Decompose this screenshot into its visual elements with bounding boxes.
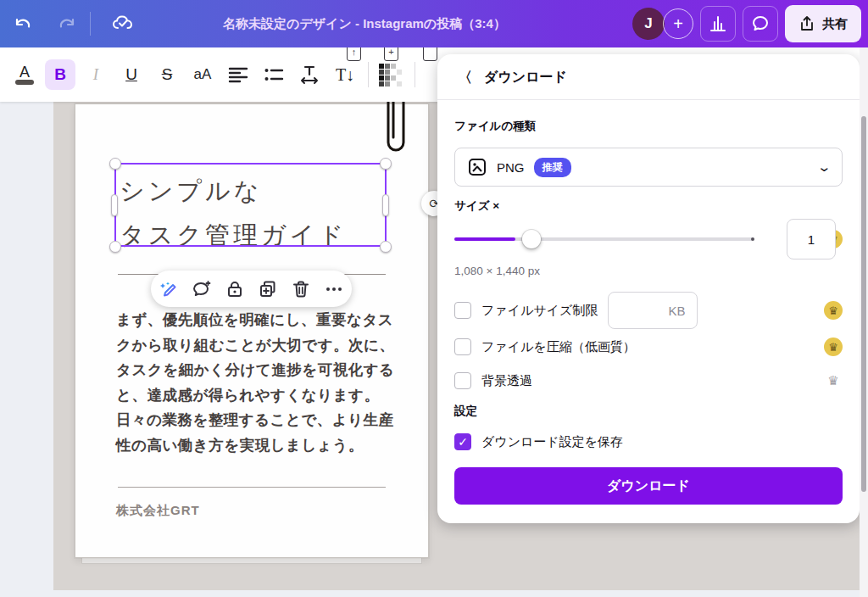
- file-size-limit-label: ファイルサイズ制限: [481, 303, 598, 319]
- toolbar-divider: [368, 62, 369, 87]
- redo-button[interactable]: [53, 9, 81, 38]
- transparency-checkerboard-icon: [378, 63, 405, 86]
- design-divider-bottom[interactable]: [118, 487, 386, 488]
- panel-title: ダウンロード: [484, 69, 567, 86]
- strikethrough-button[interactable]: S: [152, 59, 182, 90]
- italic-button[interactable]: I: [81, 59, 111, 90]
- letter-spacing-button[interactable]: [294, 59, 325, 90]
- cloud-check-icon: [111, 13, 136, 35]
- size-multiplier-input[interactable]: [787, 219, 836, 259]
- page-shadow: [81, 558, 422, 564]
- file-type-select[interactable]: PNG 推奨 ⌄: [454, 148, 843, 187]
- file-type-value: PNG: [497, 160, 525, 175]
- clipped-lock-icon: ↑: [347, 47, 361, 61]
- ellipsis-icon: [324, 279, 344, 299]
- transparent-background-row: 背景透過 ♛: [454, 370, 843, 392]
- file-size-limit-checkbox[interactable]: [454, 302, 471, 319]
- bullet-list-icon: [264, 66, 284, 83]
- transparent-background-checkbox[interactable]: [454, 372, 471, 389]
- download-button[interactable]: ダウンロード: [454, 467, 843, 505]
- lock-button[interactable]: [225, 279, 245, 299]
- download-panel: 〈 ダウンロード ファイルの種類 PNG 推奨 ⌄ サイズ × ♛ 1,0: [437, 54, 860, 523]
- delete-button[interactable]: [291, 279, 311, 299]
- selection-handle-top-left[interactable]: [109, 158, 121, 170]
- top-bar: 名称未設定のデザイン - Instagramの投稿（3:4） J +: [0, 0, 868, 47]
- save-settings-checkbox[interactable]: ✓: [454, 433, 471, 450]
- app-window: 名称未設定のデザイン - Instagramの投稿（3:4） J +: [0, 0, 868, 597]
- slider-thumb[interactable]: [522, 230, 541, 248]
- text-case-button[interactable]: aA: [187, 59, 218, 90]
- panel-back-button[interactable]: 〈: [458, 68, 472, 87]
- selection-handle-bottom-left[interactable]: [109, 241, 121, 253]
- underline-button[interactable]: U: [116, 59, 147, 90]
- slider-end-tick: [751, 237, 754, 241]
- undo-icon: [12, 13, 34, 35]
- slider-fill: [454, 237, 515, 241]
- share-upload-icon: [798, 15, 815, 32]
- kb-value-input[interactable]: [608, 292, 698, 329]
- selection-handle-right[interactable]: [382, 194, 389, 216]
- duplicate-icon: [258, 279, 278, 299]
- pixel-dimensions: 1,080 × 1,440 px: [454, 265, 540, 277]
- clipped-toolbar-icons: [423, 47, 437, 63]
- image-file-icon: [467, 157, 487, 177]
- selection-box[interactable]: [114, 163, 387, 247]
- transparency-button[interactable]: [376, 59, 407, 90]
- comment-button[interactable]: [192, 279, 212, 299]
- scrollbar-thumb[interactable]: [861, 116, 866, 492]
- selection-handle-bottom-right[interactable]: [380, 241, 392, 253]
- trash-icon: [291, 279, 311, 299]
- clipped-duplicate-icon: +: [384, 47, 398, 61]
- align-left-icon: [228, 66, 248, 83]
- chevron-down-icon: ⌄: [817, 159, 832, 175]
- magic-edit-button[interactable]: [159, 279, 179, 299]
- list-button[interactable]: [259, 59, 289, 90]
- undo-button[interactable]: [8, 9, 37, 38]
- file-type-label: ファイルの種類: [454, 119, 536, 134]
- bar-chart-icon: [708, 14, 728, 34]
- letter-spacing-icon: [298, 64, 320, 85]
- crown-pro-icon: ♛: [824, 338, 843, 356]
- settings-label: 設定: [454, 404, 477, 419]
- duplicate-button[interactable]: [258, 279, 278, 299]
- topbar-divider: [90, 12, 91, 36]
- size-slider[interactable]: [454, 237, 753, 241]
- clipped-toolbar-icons: +: [384, 47, 398, 63]
- more-options-button[interactable]: [324, 279, 344, 299]
- design-body-text[interactable]: まず、優先順位を明確にし、重要なタス クから取り組むことが大切です。次に、 タス…: [116, 308, 399, 458]
- crown-pro-icon-gray: ♛: [824, 371, 843, 390]
- element-toolbar: [151, 271, 352, 307]
- vertical-scrollbar[interactable]: [860, 47, 868, 597]
- selection-handle-left[interactable]: [111, 194, 118, 216]
- text-color-swatch: [15, 80, 34, 85]
- selection-handle-top-right[interactable]: [380, 158, 392, 170]
- crown-pro-icon: ♛: [824, 301, 843, 320]
- comment-plus-icon: [192, 279, 212, 299]
- comments-button[interactable]: [743, 6, 778, 42]
- size-label: サイズ ×: [454, 198, 499, 214]
- share-button[interactable]: 共有: [785, 5, 861, 42]
- text-color-button[interactable]: A: [9, 59, 40, 90]
- insights-button[interactable]: [700, 6, 736, 42]
- compress-file-checkbox[interactable]: [454, 338, 471, 355]
- cloud-save-status[interactable]: [109, 9, 138, 38]
- save-settings-row: ✓ ダウンロード設定を保存: [454, 431, 843, 453]
- compress-file-label: ファイルを圧縮（低画質）: [481, 339, 636, 355]
- share-label: 共有: [822, 16, 848, 32]
- add-member-button[interactable]: +: [663, 8, 693, 39]
- magic-wand-icon: [159, 279, 179, 299]
- transparent-background-label: 背景透過: [481, 373, 532, 389]
- avatar[interactable]: J: [632, 8, 665, 40]
- compress-file-row: ファイルを圧縮（低画質） ♛: [454, 336, 843, 358]
- save-settings-label: ダウンロード設定を保存: [481, 434, 623, 450]
- document-title[interactable]: 名称未設定のデザイン - Instagramの投稿（3:4）: [223, 16, 506, 32]
- vertical-text-button[interactable]: T↓: [330, 59, 360, 90]
- design-company-text[interactable]: 株式会社GRT: [116, 503, 200, 519]
- clipped-more-icon: [423, 47, 437, 61]
- collapsed-sidebar: [0, 102, 53, 591]
- alignment-button[interactable]: [223, 59, 253, 90]
- clipped-toolbar-icons: ↑: [347, 47, 361, 63]
- lock-icon: [225, 279, 245, 299]
- bold-button[interactable]: B: [45, 59, 75, 90]
- footer-strip: [0, 590, 868, 597]
